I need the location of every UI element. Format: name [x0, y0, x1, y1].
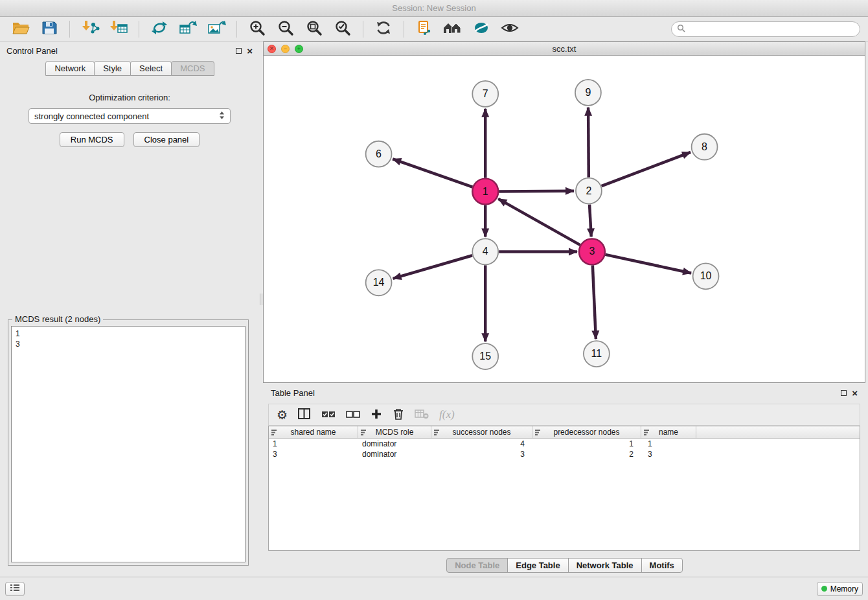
- show-graphics-details-button[interactable]: [497, 19, 523, 40]
- select-all-columns-button[interactable]: [321, 409, 336, 421]
- window-titlebar: Session: New Session: [0, 0, 868, 17]
- graph-node-label: 6: [376, 148, 382, 159]
- tab-edge-table[interactable]: Edge Table: [507, 558, 568, 573]
- delete-table-icon: [415, 409, 429, 421]
- create-column-button[interactable]: [371, 408, 382, 422]
- import-network-button[interactable]: [77, 19, 103, 40]
- import-table-button[interactable]: [106, 19, 131, 40]
- graph-edge-1-2[interactable]: [499, 191, 574, 192]
- graph-edge-4-14[interactable]: [393, 255, 473, 279]
- table-panel-header: Table Panel ×: [263, 386, 865, 400]
- close-panel-icon[interactable]: ×: [247, 46, 253, 56]
- search-input[interactable]: [689, 24, 854, 34]
- save-session-button[interactable]: [36, 19, 62, 40]
- open-folder-icon: [12, 20, 30, 38]
- sort-icon: [434, 429, 440, 438]
- memory-button[interactable]: Memory: [817, 582, 863, 596]
- node-table[interactable]: shared nameMCDS rolesuccessor nodesprede…: [268, 426, 860, 551]
- unselect-all-columns-button[interactable]: [346, 409, 360, 421]
- new-network-from-selection-button[interactable]: [146, 19, 172, 40]
- table-row[interactable]: 3dominator323: [269, 449, 860, 459]
- sort-icon: [361, 429, 367, 438]
- refresh-icon: [375, 19, 392, 38]
- splitter-grip-icon: [260, 294, 262, 305]
- column-header-name[interactable]: name: [641, 426, 696, 438]
- control-panel-header: Control Panel ×: [0, 43, 259, 58]
- graph-node-label: 11: [591, 348, 602, 359]
- graph-node-label: 14: [373, 277, 385, 288]
- network-canvas[interactable]: 7968124314101511: [264, 56, 865, 382]
- sort-icon: [644, 429, 650, 438]
- home-layout-button[interactable]: [440, 19, 466, 40]
- criterion-dropdown[interactable]: strongly connected component: [29, 108, 231, 124]
- tab-mcds[interactable]: MCDS: [171, 61, 214, 76]
- table-settings-button[interactable]: ⚙: [277, 409, 288, 421]
- table-body: 1dominator4113dominator323: [269, 439, 860, 459]
- export-image-button[interactable]: [203, 19, 229, 40]
- unchecked-boxes-icon: [346, 409, 360, 421]
- memory-label: Memory: [830, 584, 858, 594]
- zoom-in-icon: [249, 19, 266, 38]
- show-columns-button[interactable]: [298, 408, 311, 422]
- zoom-out-button[interactable]: [273, 19, 299, 40]
- run-mcds-button[interactable]: Run MCDS: [60, 132, 124, 147]
- dropdown-arrows-icon: [219, 111, 225, 122]
- document-share-icon: [416, 19, 433, 38]
- tab-network-table[interactable]: Network Table: [568, 558, 642, 573]
- graph-edge-3-11[interactable]: [593, 265, 596, 339]
- tab-select[interactable]: Select: [130, 61, 172, 76]
- tab-motifs[interactable]: Motifs: [641, 558, 683, 573]
- column-header-successor-nodes[interactable]: successor nodes: [431, 426, 532, 438]
- column-header-shared-name[interactable]: shared name: [269, 426, 358, 438]
- maximize-window-icon[interactable]: +: [295, 45, 303, 53]
- graph-edge-2-3[interactable]: [589, 205, 591, 237]
- graph-edge-3-10[interactable]: [605, 255, 691, 273]
- trash-icon: [393, 408, 404, 422]
- mcds-result-title: MCDS result (2 nodes): [12, 314, 103, 324]
- style-button[interactable]: [468, 19, 494, 40]
- table-header-row: shared nameMCDS rolesuccessor nodesprede…: [269, 426, 860, 439]
- column-header-MCDS-role[interactable]: MCDS role: [358, 426, 431, 438]
- close-window-icon[interactable]: ✕: [268, 45, 276, 53]
- zoom-fit-button[interactable]: [301, 19, 327, 40]
- mcds-result-textarea[interactable]: 1 3: [11, 326, 246, 562]
- sort-icon: [535, 429, 542, 438]
- tab-node-table[interactable]: Node Table: [446, 558, 508, 573]
- graph-edge-2-9[interactable]: [588, 108, 589, 178]
- refresh-button[interactable]: [371, 19, 396, 40]
- export-table-button[interactable]: [175, 19, 201, 40]
- list-icon: [10, 584, 20, 594]
- edge-layer: [393, 108, 691, 341]
- search-box[interactable]: [671, 21, 860, 37]
- table-toolbar: ⚙ f(x): [268, 404, 860, 426]
- table-row[interactable]: 1dominator411: [269, 439, 860, 449]
- table-cell: 3: [431, 450, 532, 459]
- delete-column-button[interactable]: [393, 408, 404, 422]
- column-header-predecessor-nodes[interactable]: predecessor nodes: [532, 426, 641, 438]
- control-panel-tabs: Network Style Select MCDS: [0, 61, 259, 76]
- zoom-in-button[interactable]: [244, 19, 270, 40]
- document-share-button[interactable]: [411, 19, 437, 40]
- graph-edge-2-8[interactable]: [602, 152, 691, 186]
- close-table-panel-icon[interactable]: ×: [852, 388, 858, 398]
- network-graph[interactable]: 7968124314101511: [264, 56, 865, 382]
- toolbar-separator: [363, 21, 363, 38]
- minimize-window-icon[interactable]: −: [281, 45, 290, 53]
- fx-icon: f(x): [439, 408, 455, 421]
- mcds-result-line: 3: [16, 339, 241, 349]
- float-panel-icon[interactable]: [236, 48, 242, 54]
- circular-arrows-icon: [150, 19, 168, 38]
- zoom-selected-button[interactable]: [330, 19, 356, 40]
- checked-boxes-icon: [321, 409, 336, 421]
- mcds-result-line: 1: [16, 329, 241, 339]
- graph-edge-1-6[interactable]: [393, 159, 472, 187]
- open-session-button[interactable]: [8, 19, 34, 40]
- float-table-panel-icon[interactable]: [841, 390, 847, 396]
- home-icon: [442, 20, 463, 38]
- tab-network[interactable]: Network: [45, 61, 95, 76]
- task-history-button[interactable]: [5, 582, 25, 596]
- graph-edge-3-1[interactable]: [498, 199, 580, 245]
- close-panel-button[interactable]: Close panel: [133, 132, 200, 147]
- tab-style[interactable]: Style: [94, 61, 131, 76]
- control-panel-title: Control Panel: [6, 46, 58, 56]
